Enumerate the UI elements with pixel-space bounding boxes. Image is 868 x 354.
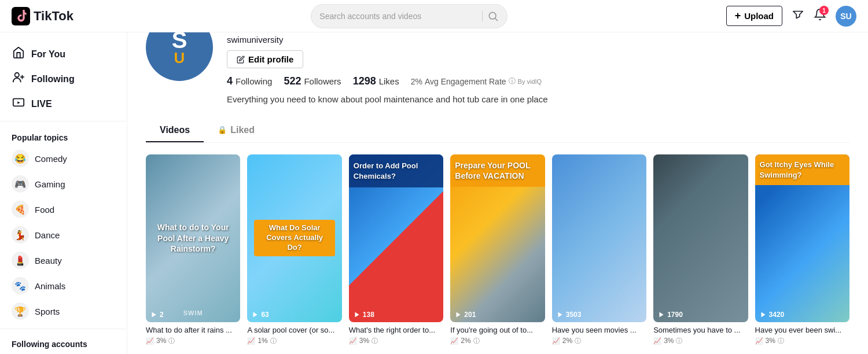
video-thumb-5: 3503 (552, 154, 646, 323)
popular-topics-title: Popular topics (0, 126, 127, 146)
likes-count: 1298 (353, 75, 376, 87)
play-icon-6 (658, 311, 665, 318)
sidebar-nav-following[interactable]: Following (0, 67, 127, 91)
profile-username: swimuniversity (227, 35, 849, 45)
sidebar-topic-food[interactable]: 🍕 Food (0, 197, 127, 222)
logo[interactable]: TikTok (12, 7, 93, 25)
sidebar-topic-comedy[interactable]: 😂 Comedy (0, 146, 127, 171)
video-overlay-4: Prepare Your POOL Before VACATION (455, 161, 530, 180)
tab-videos[interactable]: Videos (146, 118, 204, 142)
sidebar: For You Following LIVE Popular topics 😂 … (0, 32, 127, 354)
home-icon (12, 46, 25, 62)
sidebar-nav-for-you[interactable]: For You (0, 42, 127, 67)
stat-info-icon-3: ⓘ (372, 337, 378, 345)
svg-marker-7 (152, 312, 156, 318)
video-thumb-6: 1790 (653, 154, 748, 323)
video-stats-4: 📈 2% ⓘ (450, 337, 545, 345)
svg-marker-10 (457, 312, 461, 318)
search-input[interactable] (319, 12, 477, 21)
food-icon: 🍕 (12, 201, 29, 218)
following-stat: 4 Following (227, 75, 272, 87)
profile-bio: Everything you need to know about pool m… (227, 93, 574, 106)
video-card-3[interactable]: Order to Add Pool Chemicals? 138 What's … (349, 154, 443, 345)
sidebar-topic-beauty[interactable]: 💄 Beauty (0, 248, 127, 273)
user-avatar[interactable]: SU (836, 6, 856, 27)
following-icon (12, 71, 25, 87)
play-count-4: 201 (455, 311, 476, 319)
following-label: Following (31, 74, 75, 84)
video-card-1[interactable]: What to do to Your Pool After a Heavy Ra… (146, 154, 240, 345)
tab-liked[interactable]: 🔒 Liked (204, 118, 269, 142)
trend-icon-1: 📈 (146, 337, 154, 345)
main-content: S U swimuniversity swimuniversity (127, 0, 868, 354)
sidebar-topic-animals[interactable]: 🐾 Animals (0, 273, 127, 298)
play-icon (150, 311, 157, 318)
filter-button[interactable] (792, 8, 804, 24)
video-overlay-3: Order to Add Pool Chemicals? (354, 161, 418, 181)
video-card-4[interactable]: Prepare Your POOL Before VACATION 201 If… (450, 154, 545, 345)
video-overlay-7: Got Itchy Eyes While Swimming? (760, 160, 834, 180)
video-stat-text-2: 1% (258, 337, 267, 345)
plus-icon: + (735, 10, 741, 22)
play-icon-2 (252, 311, 259, 318)
trend-icon-4: 📈 (450, 337, 458, 345)
video-card-6[interactable]: 1790 Sometimes you have to ... 📈 3% ⓘ (653, 154, 748, 345)
likes-stat-label: Likes (379, 76, 399, 86)
search-button[interactable] (487, 10, 499, 22)
video-thumb-4: Prepare Your POOL Before VACATION 201 (450, 154, 545, 323)
stats-row: 4 Following 522 Followers 1298 Likes 2% … (227, 75, 849, 87)
video-caption-1: What to do after it rains ... (146, 326, 240, 335)
video-stats-6: 📈 3% ⓘ (653, 337, 748, 345)
comedy-icon: 😂 (12, 150, 29, 167)
engagement-rate-label: Avg Engagement Rate (425, 77, 506, 86)
top-nav: TikTok + Upload (0, 0, 868, 32)
sidebar-topic-dance[interactable]: 💃 Dance (0, 222, 127, 248)
notifications-button[interactable]: 1 (814, 8, 826, 24)
video-stat-text-5: 2% (562, 337, 572, 345)
play-icon-5 (557, 311, 564, 318)
video-overlay-2: What Do Solar Covers Actually Do? (254, 220, 334, 256)
play-icon-7 (760, 311, 767, 318)
video-thumb-3: Order to Add Pool Chemicals? 138 (349, 154, 443, 323)
engagement-rate: 2% Avg Engagement Rate ⓘ By vidIQ (411, 76, 542, 86)
trend-icon-7: 📈 (755, 337, 763, 345)
edit-profile-button[interactable]: Edit profile (227, 50, 303, 68)
followers-stat: 522 Followers (284, 75, 341, 87)
video-card-7[interactable]: Got Itchy Eyes While Swimming? 3420 Have… (755, 154, 849, 345)
sidebar-topic-gaming[interactable]: 🎮 Gaming (0, 171, 127, 197)
trend-icon-6: 📈 (653, 337, 661, 345)
upload-button[interactable]: + Upload (726, 6, 782, 26)
svg-marker-13 (761, 312, 765, 318)
video-caption-5: Have you seen movies ... (552, 326, 646, 335)
trend-icon-5: 📈 (552, 337, 560, 345)
edit-profile-label: Edit profile (248, 54, 293, 64)
sidebar-nav-live[interactable]: LIVE (0, 91, 127, 116)
video-caption-6: Sometimes you have to ... (653, 326, 748, 335)
video-stats-5: 📈 2% ⓘ (552, 337, 646, 345)
beauty-label: Beauty (35, 256, 62, 266)
gaming-label: Gaming (35, 179, 65, 189)
play-count-7: 3420 (760, 311, 785, 319)
play-count-5: 3503 (557, 311, 582, 319)
video-stats-1: 📈 3% ⓘ (146, 337, 240, 345)
stat-info-icon-6: ⓘ (676, 337, 682, 345)
tiktok-logo-icon (12, 7, 30, 25)
tab-videos-label: Videos (160, 125, 190, 135)
following-stat-label: Following (236, 76, 272, 86)
followers-count: 522 (284, 75, 301, 87)
animals-label: Animals (35, 281, 65, 291)
following-count: 4 (227, 75, 233, 87)
for-you-label: For You (31, 49, 65, 60)
sidebar-divider-2 (0, 329, 127, 329)
video-caption-7: Have you ever been swi... (755, 326, 849, 335)
video-card-2[interactable]: What Do Solar Covers Actually Do? 63 A s… (247, 154, 341, 345)
svg-point-2 (15, 73, 19, 77)
sidebar-topic-sports[interactable]: 🏆 Sports (0, 298, 127, 324)
play-icon-3 (354, 311, 361, 318)
play-count-6: 1790 (658, 311, 683, 319)
svg-marker-11 (558, 312, 562, 318)
trend-icon-3: 📈 (349, 337, 357, 345)
video-thumb-7: Got Itchy Eyes While Swimming? 3420 (755, 154, 849, 323)
video-card-5[interactable]: 3503 Have you seen movies ... 📈 2% ⓘ (552, 154, 646, 345)
play-icon-4 (455, 311, 462, 318)
